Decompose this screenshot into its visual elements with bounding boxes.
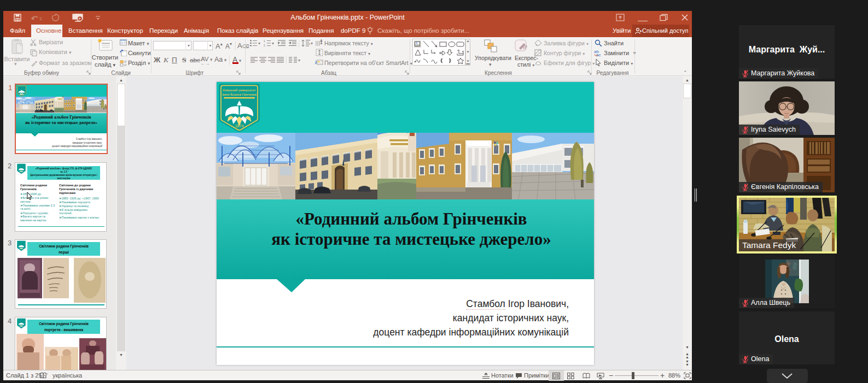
svg-text:2.: 2. [264,44,266,47]
svg-text:A: A [320,39,323,43]
svg-text:1874: 1874 [235,124,244,128]
svg-text:Київський університет: Київський університет [223,89,256,92]
svg-text:1.: 1. [264,40,266,43]
svg-text:імені Бориса Грінченка: імені Бориса Грінченка [222,93,257,96]
